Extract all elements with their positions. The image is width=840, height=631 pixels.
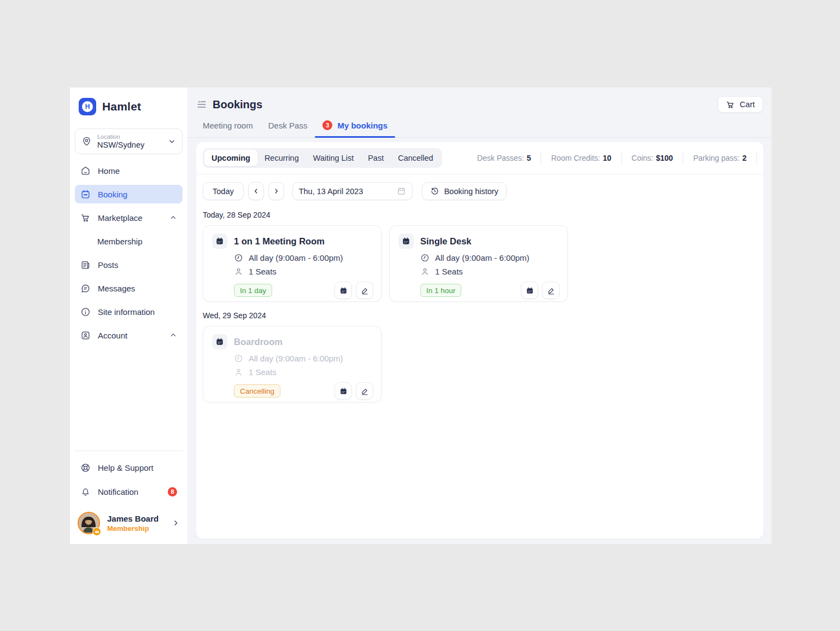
calendar-tile-icon <box>398 233 414 249</box>
booking-title: Single Desk <box>420 236 472 247</box>
app-window: H Hamlet Location NSW/Sydney <box>70 87 772 544</box>
segment-recurring[interactable]: Recurring <box>257 150 306 166</box>
content-panel: Upcoming Recurring Waiting List Past Can… <box>196 142 763 539</box>
location-selector[interactable]: Location NSW/Sydney <box>75 128 183 154</box>
collapse-sidebar-icon[interactable] <box>196 99 207 110</box>
stat-parking-pass: Parking pass:2 <box>683 151 757 165</box>
stat-room-credits: Room Credits:10 <box>541 151 621 165</box>
reschedule-button[interactable] <box>521 282 538 299</box>
reschedule-button[interactable] <box>334 382 352 400</box>
person-icon <box>234 267 243 276</box>
sidebar: H Hamlet Location NSW/Sydney <box>70 87 187 544</box>
filters-row: Upcoming Recurring Waiting List Past Can… <box>196 142 763 174</box>
sidebar-item-site-information[interactable]: Site information <box>75 302 183 321</box>
sidebar-footer: Help & Support Notification 8 <box>75 451 183 539</box>
chevron-up-icon <box>169 331 177 339</box>
status-badge: In 1 hour <box>420 284 461 297</box>
sidebar-item-label: Site information <box>98 307 155 317</box>
sidebar-item-account[interactable]: Account <box>75 326 183 344</box>
sidebar-item-home[interactable]: Home <box>75 161 183 180</box>
booking-time-row: All day (9:00am - 6:00pm) <box>420 253 560 262</box>
date-picker-field[interactable]: Thu, 13 April 2023 <box>292 182 413 200</box>
info-icon <box>80 307 91 317</box>
booking-time-row: All day (9:00am - 6:00pm) <box>234 253 373 262</box>
segment-cancelled[interactable]: Cancelled <box>391 150 440 166</box>
reschedule-button[interactable] <box>334 282 352 299</box>
next-day-button[interactable] <box>268 182 284 200</box>
profile-name: James Board <box>107 514 158 523</box>
chevron-up-icon <box>169 214 177 221</box>
cart-icon <box>80 213 91 223</box>
sidebar-item-notification[interactable]: Notification 8 <box>75 482 183 501</box>
sidebar-item-label: Booking <box>98 190 127 199</box>
booking-title: Boardroom <box>234 337 283 347</box>
my-bookings-count-badge: 3 <box>322 120 332 130</box>
profile-plan: Membership <box>107 524 158 533</box>
segment-past[interactable]: Past <box>361 150 391 166</box>
booking-time-row: All day (9:00am - 6:00pm) <box>234 354 373 363</box>
notification-count-badge: 8 <box>168 487 177 496</box>
page-title: Bookings <box>213 98 262 111</box>
sidebar-item-posts[interactable]: Posts <box>75 255 183 274</box>
chat-icon <box>80 283 91 294</box>
brand: H Hamlet <box>75 98 183 115</box>
sidebar-item-help-support[interactable]: Help & Support <box>75 458 183 477</box>
sidebar-item-marketplace[interactable]: Marketplace <box>75 208 183 227</box>
brand-name: Hamlet <box>102 100 141 113</box>
date-controls: Today Thu, 13 April 2023 <box>196 174 763 201</box>
sidebar-item-label: Home <box>98 166 120 176</box>
hamlet-logo-icon: H <box>79 98 96 115</box>
today-button[interactable]: Today <box>203 182 244 200</box>
location-label: Location <box>97 133 144 140</box>
booking-history-button[interactable]: Booking history <box>422 182 507 200</box>
credit-stats: Desk Passes:5 Room Credits:10 Coins:$100… <box>467 151 757 165</box>
desktop-canvas: H Hamlet Location NSW/Sydney <box>0 0 840 631</box>
clock-icon <box>234 354 243 363</box>
booking-card-cancelling: Boardroom All day (9:00am - 6:00pm) <box>203 326 381 402</box>
calendar-icon <box>397 186 406 196</box>
sidebar-item-membership[interactable]: Membership <box>75 232 183 250</box>
home-icon <box>80 166 91 176</box>
sidebar-item-booking[interactable]: Booking <box>75 185 183 203</box>
clock-icon <box>234 253 243 262</box>
booking-cards-row: Boardroom All day (9:00am - 6:00pm) <box>196 326 763 402</box>
edit-button[interactable] <box>356 282 373 299</box>
profile-row[interactable]: James Board Membership <box>75 509 183 539</box>
sidebar-item-messages[interactable]: Messages <box>75 279 183 297</box>
booking-card: 1 on 1 Meeting Room All day (9:00am - 6:… <box>203 225 381 302</box>
person-icon <box>234 367 243 377</box>
cart-icon <box>726 100 735 109</box>
booking-seats-row: 1 Seats <box>420 267 560 276</box>
avatar <box>78 512 100 534</box>
sidebar-item-label: Messages <box>98 284 135 293</box>
status-badge: In 1 day <box>234 284 272 297</box>
tabs: Meeting room Desk Pass 3 My bookings <box>187 117 772 138</box>
main-area: Bookings Cart Meeting room Desk Pass 3 <box>187 87 772 544</box>
tab-my-bookings[interactable]: 3 My bookings <box>322 120 387 137</box>
prev-day-button[interactable] <box>248 182 264 200</box>
booking-card: Single Desk All day (9:00am - 6:00pm) <box>389 225 568 302</box>
tab-meeting-room[interactable]: Meeting room <box>203 121 253 137</box>
tab-desk-pass[interactable]: Desk Pass <box>268 121 308 137</box>
edit-button[interactable] <box>542 282 560 299</box>
lifebuoy-icon <box>80 463 91 473</box>
account-icon <box>80 330 91 341</box>
segment-upcoming[interactable]: Upcoming <box>204 150 257 166</box>
stat-coins: Coins:$100 <box>622 151 684 165</box>
history-icon <box>430 186 439 196</box>
section-date-heading: Wed, 29 Sep 2024 <box>196 302 763 326</box>
calendar-icon <box>80 189 91 200</box>
main-header: Bookings Cart <box>187 87 772 117</box>
segment-waiting-list[interactable]: Waiting List <box>306 150 361 166</box>
edit-button[interactable] <box>356 382 373 400</box>
cart-button[interactable]: Cart <box>718 96 763 113</box>
sidebar-item-label: Account <box>98 331 127 340</box>
date-value: Thu, 13 April 2023 <box>299 187 363 196</box>
sidebar-item-label: Notification <box>98 487 138 496</box>
sidebar-item-label: Posts <box>98 260 119 270</box>
chevron-right-icon <box>172 519 180 527</box>
stat-desk-passes: Desk Passes:5 <box>467 151 541 165</box>
sidebar-item-label: Marketplace <box>98 213 143 223</box>
booking-title: 1 on 1 Meeting Room <box>234 236 325 247</box>
status-badge: Cancelling <box>234 384 280 398</box>
